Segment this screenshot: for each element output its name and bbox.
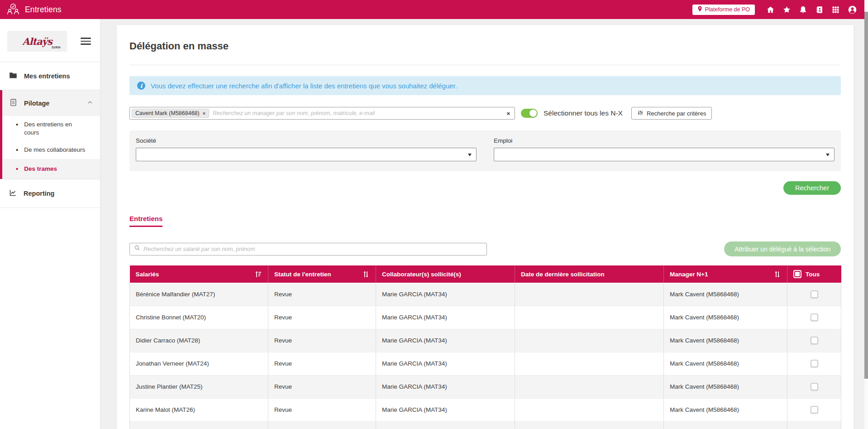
table-body: Bérénice Malfandier (MAT27) Revue Marie … <box>130 283 841 429</box>
cell-manager: Mark Cavent (M5868468) <box>664 329 787 352</box>
cell-date-sollicitation <box>515 306 664 329</box>
cell-date-sollicitation <box>515 421 664 429</box>
directory-icon[interactable] <box>815 5 824 14</box>
column-header-salaries[interactable]: Salariés <box>130 265 268 283</box>
toggle-knob <box>529 110 537 117</box>
sort-icon[interactable] <box>773 270 781 278</box>
cell-manager: Mark Cavent (M5868468) <box>664 375 787 398</box>
employee-search-field[interactable] <box>143 246 482 252</box>
row-checkbox[interactable] <box>811 383 818 390</box>
emploi-label: Emploi <box>494 137 835 144</box>
clear-input-icon[interactable]: × <box>506 110 511 117</box>
cell-salarie: Christine Bonnet (MAT20) <box>130 306 268 329</box>
header-right: Plateforme de PO <box>692 5 857 15</box>
users-check-icon <box>6 3 20 17</box>
employee-search-box[interactable] <box>129 243 487 255</box>
cell-collaborateur: Marie GARCIA (MAT34) <box>376 421 515 429</box>
user-icon[interactable] <box>848 5 857 14</box>
platform-button[interactable]: Plateforme de PO <box>692 5 755 15</box>
cell-salarie: Justine Plantier (MAT25) <box>130 375 268 398</box>
app-title: Entretiens <box>25 5 62 14</box>
page-scrollbar[interactable] <box>864 0 868 429</box>
cell-manager: Mark Cavent (M5868468) <box>664 421 787 429</box>
societe-select[interactable] <box>136 148 477 161</box>
column-label: Salariés <box>136 271 159 278</box>
cell-statut: Revue <box>268 352 376 375</box>
cell-salarie: Jonathan Verneer (MAT24) <box>130 352 268 375</box>
sidebar-section-pilotage: Pilotage • Des entretiens en cours • De … <box>0 90 100 179</box>
emploi-select[interactable] <box>494 148 835 161</box>
cell-salarie: Marie Laforge (MAT21) <box>130 421 268 429</box>
select-all-nx-label: Sélectionner tous les N-X <box>544 109 623 117</box>
bell-icon[interactable] <box>799 5 807 14</box>
column-label: Statut de l'entretien <box>274 271 331 278</box>
tab-entretiens[interactable]: Entretiens <box>129 215 162 227</box>
table-row: Karine Malot (MAT26) Revue Marie GARCIA … <box>130 398 841 421</box>
map-pin-icon <box>697 5 702 14</box>
cell-manager: Mark Cavent (M5868468) <box>664 306 787 329</box>
sidebar-item-label: Pilotage <box>24 100 49 107</box>
main-area: Délégation en masse i Vous devez effectu… <box>100 19 868 429</box>
filter-panel: Société Emploi <box>129 130 841 171</box>
sidebar-item-mes-entretiens[interactable]: Mes entretiens <box>0 62 100 90</box>
criteria-search-button[interactable]: Recherche par critères <box>631 107 712 120</box>
cell-salarie: Didier Carraco (MAT28) <box>130 329 268 352</box>
search-button[interactable]: Rechercher <box>783 181 841 195</box>
chart-icon <box>9 188 17 198</box>
manager-chip-label: Cavent Mark (M5868468) <box>135 110 200 116</box>
home-icon[interactable] <box>766 5 775 14</box>
sidebar-subitem-label: De mes collaborateurs <box>24 146 85 154</box>
apps-grid-icon[interactable] <box>831 5 840 14</box>
sidebar-item-de-mes-collaborateurs[interactable]: • De mes collaborateurs <box>2 141 100 159</box>
chevron-up-icon[interactable] <box>86 99 94 107</box>
row-checkbox[interactable] <box>811 337 818 344</box>
cell-collaborateur: Marie GARCIA (MAT34) <box>376 375 515 398</box>
select-all-checkbox[interactable] <box>793 270 801 278</box>
sort-amount-icon[interactable] <box>254 270 262 278</box>
cell-salarie: Karine Malot (MAT26) <box>130 398 268 421</box>
row-checkbox[interactable] <box>811 290 818 298</box>
column-header-statut[interactable]: Statut de l'entretien <box>268 265 376 283</box>
bullet-icon: • <box>16 121 18 129</box>
cell-statut: Revue <box>268 329 376 352</box>
clipboard-icon <box>9 98 18 108</box>
cell-date-sollicitation <box>515 375 664 398</box>
cell-collaborateur: Marie GARCIA (MAT34) <box>376 398 515 421</box>
altays-logo: Altaÿs SIRH <box>7 31 67 52</box>
table-row: Marie Laforge (MAT21) Revue Marie GARCIA… <box>130 421 841 429</box>
cell-manager: Mark Cavent (M5868468) <box>664 283 787 306</box>
sidebar-item-des-trames[interactable]: • Des trames <box>2 159 100 179</box>
sidebar-item-reporting[interactable]: Reporting <box>0 179 100 207</box>
column-header-manager-n1[interactable]: Manager N+1 <box>664 265 787 283</box>
search-action-row: Rechercher <box>129 181 841 195</box>
scrollbar-thumb[interactable] <box>864 12 868 379</box>
cell-date-sollicitation <box>515 283 664 306</box>
cell-statut: Revue <box>268 421 376 429</box>
row-checkbox[interactable] <box>811 360 818 367</box>
manager-search-field[interactable] <box>209 110 506 116</box>
chip-remove-icon[interactable]: × <box>203 111 205 116</box>
criteria-search-label: Recherche par critères <box>647 110 706 117</box>
cell-date-sollicitation <box>515 329 664 352</box>
sidebar-item-des-entretiens-en-cours[interactable]: • Des entretiens en cours <box>2 116 86 141</box>
star-icon[interactable] <box>782 5 791 14</box>
emploi-field: Emploi <box>494 137 835 161</box>
table-row: Jonathan Verneer (MAT24) Revue Marie GAR… <box>130 352 841 375</box>
cell-statut: Revue <box>268 398 376 421</box>
select-all-nx-toggle[interactable] <box>521 109 538 118</box>
table-row: Bérénice Malfandier (MAT27) Revue Marie … <box>130 283 841 306</box>
column-label: Tous <box>806 271 820 278</box>
manager-search-input[interactable]: Cavent Mark (M5868468) × × <box>129 107 515 120</box>
column-label: Manager N+1 <box>670 271 708 278</box>
hamburger-icon[interactable] <box>81 36 91 47</box>
societe-field: Société <box>136 137 477 161</box>
assign-delegate-button[interactable]: Attribuer un délégué à la sélection <box>724 241 841 256</box>
row-checkbox[interactable] <box>811 313 818 321</box>
column-header-collaborateurs: Collaborateur(s) sollicité(s) <box>376 265 515 283</box>
content-card: Délégation en masse i Vous devez effectu… <box>117 25 854 429</box>
sidebar-item-pilotage[interactable]: Pilotage <box>2 90 100 116</box>
row-checkbox[interactable] <box>811 406 818 414</box>
sidebar-divider <box>0 207 100 208</box>
societe-select-value <box>136 151 145 158</box>
sort-icon[interactable] <box>362 270 370 278</box>
